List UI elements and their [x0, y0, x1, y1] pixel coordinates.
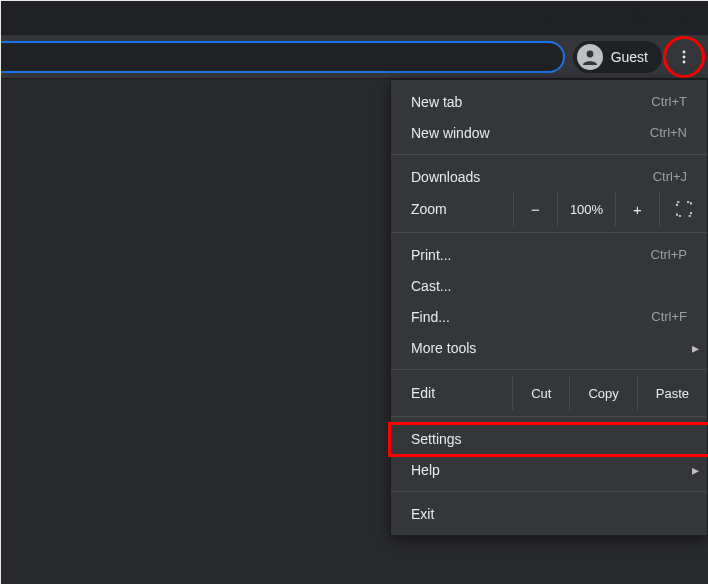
svg-point-4: [683, 55, 686, 58]
menu-item-zoom: Zoom − 100% +: [391, 192, 707, 226]
edit-copy-button[interactable]: Copy: [569, 376, 636, 410]
browser-main-menu: New tab Ctrl+T New window Ctrl+N Downloa…: [390, 79, 708, 536]
menu-label: Help: [411, 462, 687, 478]
menu-item-new-window[interactable]: New window Ctrl+N: [391, 117, 707, 148]
svg-point-5: [683, 60, 686, 63]
close-icon: [679, 12, 691, 24]
tab-search-chevron[interactable]: [530, 1, 564, 35]
svg-point-2: [586, 50, 593, 57]
window-titlebar: [1, 1, 708, 35]
window-maximize-button[interactable]: [616, 1, 662, 35]
menu-shortcut: Ctrl+F: [651, 309, 687, 324]
edit-label: Edit: [411, 385, 512, 401]
menu-label: Settings: [411, 431, 687, 447]
profile-label: Guest: [611, 49, 648, 65]
menu-shortcut: Ctrl+J: [653, 169, 687, 184]
menu-separator: [391, 416, 707, 417]
menu-item-more-tools[interactable]: More tools ▸: [391, 332, 707, 363]
menu-label: Exit: [411, 506, 687, 522]
menu-item-new-tab[interactable]: New tab Ctrl+T: [391, 86, 707, 117]
menu-label: Find...: [411, 309, 651, 325]
menu-item-exit[interactable]: Exit: [391, 498, 707, 529]
address-bar[interactable]: [1, 41, 565, 73]
profile-chip[interactable]: Guest: [573, 41, 662, 73]
menu-item-downloads[interactable]: Downloads Ctrl+J: [391, 161, 707, 192]
edit-paste-button[interactable]: Paste: [637, 376, 707, 410]
avatar: [577, 44, 603, 70]
menu-separator: [391, 154, 707, 155]
maximize-icon: [633, 12, 645, 24]
zoom-label: Zoom: [411, 201, 513, 217]
menu-shortcut: Ctrl+T: [651, 94, 687, 109]
browser-toolbar: Guest: [1, 35, 708, 79]
zoom-out-button[interactable]: −: [513, 192, 557, 226]
person-icon: [580, 47, 600, 67]
chevron-right-icon: ▸: [692, 462, 699, 478]
menu-item-edit: Edit Cut Copy Paste: [391, 376, 707, 410]
menu-item-settings[interactable]: Settings: [391, 423, 707, 454]
svg-point-3: [683, 50, 686, 53]
minimize-icon: [587, 12, 599, 24]
menu-label: New tab: [411, 94, 651, 110]
window-close-button[interactable]: [662, 1, 708, 35]
edit-cut-button[interactable]: Cut: [512, 376, 569, 410]
menu-item-cast[interactable]: Cast...: [391, 270, 707, 301]
menu-item-help[interactable]: Help ▸: [391, 454, 707, 485]
menu-separator: [391, 232, 707, 233]
menu-item-print[interactable]: Print... Ctrl+P: [391, 239, 707, 270]
menu-separator: [391, 369, 707, 370]
fullscreen-button[interactable]: [659, 192, 707, 226]
chevron-down-icon: [540, 11, 554, 25]
vertical-dots-icon: [676, 49, 692, 65]
menu-shortcut: Ctrl+N: [650, 125, 687, 140]
menu-label: Print...: [411, 247, 651, 263]
fullscreen-icon: [676, 201, 692, 217]
more-menu-button[interactable]: [668, 41, 700, 73]
zoom-in-button[interactable]: +: [615, 192, 659, 226]
zoom-value: 100%: [557, 192, 615, 226]
window-minimize-button[interactable]: [570, 1, 616, 35]
menu-shortcut: Ctrl+P: [651, 247, 687, 262]
svg-rect-1: [635, 14, 644, 23]
menu-label: Cast...: [411, 278, 687, 294]
menu-label: More tools: [411, 340, 687, 356]
menu-item-find[interactable]: Find... Ctrl+F: [391, 301, 707, 332]
menu-separator: [391, 491, 707, 492]
menu-label: New window: [411, 125, 650, 141]
chevron-right-icon: ▸: [692, 340, 699, 356]
menu-label: Downloads: [411, 169, 653, 185]
